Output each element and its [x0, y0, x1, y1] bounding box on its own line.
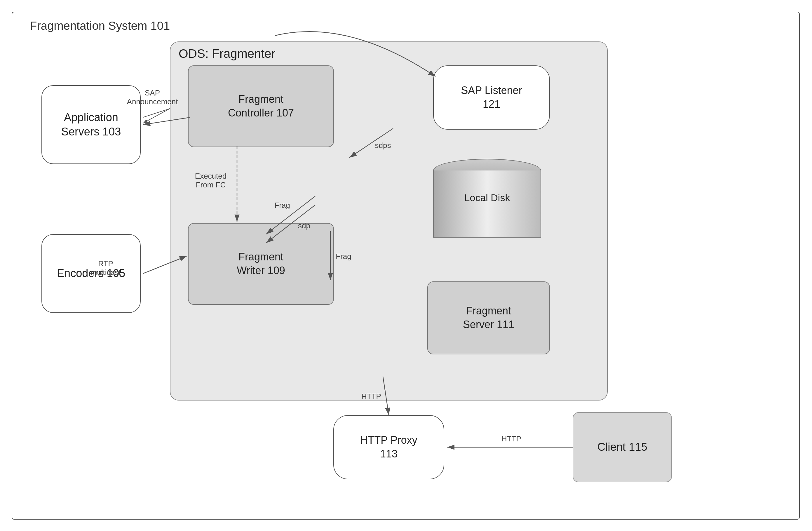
- system-label: Fragmentation System 101: [30, 19, 170, 32]
- client-label: Client 115: [597, 440, 647, 454]
- fragment-controller-box: Fragment Controller 107: [188, 66, 334, 147]
- ods-label: ODS: Fragmenter: [179, 47, 275, 61]
- encoders-label: Encoders 105: [57, 266, 126, 281]
- sap-listener-label: SAP Listener 121: [461, 84, 522, 111]
- sap-announcement-label: SAP: [145, 88, 160, 97]
- client-box: Client 115: [572, 412, 672, 482]
- app-servers-box: Application Servers 103: [41, 85, 141, 164]
- encoders-box: Encoders 105: [41, 234, 141, 313]
- http-proxy-box: HTTP Proxy 113: [333, 415, 444, 479]
- fragment-server-label: Fragment Server 111: [463, 304, 514, 332]
- fragment-controller-label: Fragment Controller 107: [228, 92, 294, 120]
- sap-listener-box: SAP Listener 121: [433, 66, 550, 130]
- svg-line-2: [143, 109, 170, 117]
- local-disk: Local Disk: [433, 159, 541, 246]
- local-disk-label: Local Disk: [433, 191, 541, 205]
- fragment-writer-box: Fragment Writer 109: [188, 223, 334, 305]
- ods-box: Fragment Controller 107 Fragment Writer …: [170, 41, 608, 401]
- fragment-writer-label: Fragment Writer 109: [237, 250, 285, 277]
- app-servers-label: Application Servers 103: [61, 110, 121, 139]
- fragment-server-box: Fragment Server 111: [427, 282, 550, 354]
- http-proxy-label: HTTP Proxy 113: [360, 433, 417, 461]
- http2-label: HTTP: [502, 434, 521, 443]
- svg-line-3: [143, 109, 170, 123]
- diagram-container: Fragmentation System 101 Fragment Contro…: [12, 12, 800, 520]
